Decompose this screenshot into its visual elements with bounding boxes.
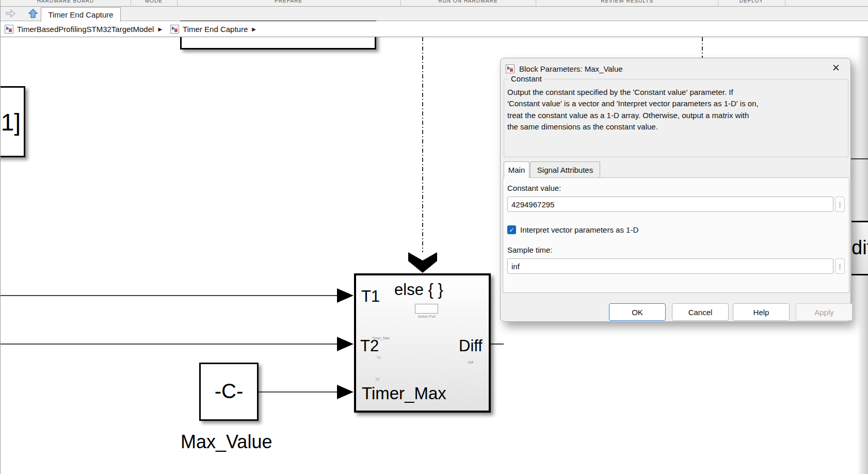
model-icon xyxy=(5,25,13,34)
ribbon-section-strip: HARDWARE BOARD MODE PREPARE RUN ON HARDW… xyxy=(1,0,868,7)
interpret-vector-row: ✓ Interpret vector parameters as 1-D xyxy=(507,225,638,234)
port-label-timer-max: Timer_Max xyxy=(362,384,446,403)
constant-block-name: Max_Value xyxy=(181,431,272,453)
ribbon-separator xyxy=(785,0,785,7)
dialog-block-icon xyxy=(506,64,515,73)
main-tab-panel: Constant value: ⋮ ✓ Interpret vector par… xyxy=(503,177,849,293)
breadcrumb-arrow-icon[interactable]: ▶ xyxy=(252,26,256,32)
description-line: Output the constant specified by the 'Co… xyxy=(507,87,845,98)
tab-signal-attributes[interactable]: Signal Attributes xyxy=(530,161,600,178)
close-icon[interactable]: ✕ xyxy=(829,60,843,75)
simulink-window: HARDWARE BOARD MODE PREPARE RUN ON HARDW… xyxy=(0,0,868,474)
partial-block-right-text: dit xyxy=(851,237,868,259)
constant-group-box: Constant Output the constant specified b… xyxy=(504,79,848,157)
ribbon-section-review-results: REVIEW RESULTS xyxy=(601,0,653,4)
forward-arrow-icon[interactable] xyxy=(5,8,16,19)
tab-timer-end-capture[interactable]: Timer End Capture xyxy=(41,7,121,22)
constant-block-text: -C- xyxy=(215,379,244,402)
sample-time-label: Sample time: xyxy=(507,246,553,254)
tab-main[interactable]: Main xyxy=(504,161,529,178)
up-arrow-icon[interactable] xyxy=(27,8,39,19)
sample-time-more-button[interactable]: ⋮ xyxy=(835,258,845,274)
constant-value-label: Constant value: xyxy=(507,184,561,192)
partial-goto-tag-block[interactable]: 1] xyxy=(0,86,25,157)
description-line: treat the constant value as a 1-D array.… xyxy=(507,110,845,121)
ribbon-separator xyxy=(718,0,718,7)
wire-constant-to-timer-max xyxy=(259,385,353,399)
constant-value-input[interactable] xyxy=(507,197,833,212)
ribbon-section-deploy: DEPLOY xyxy=(740,0,764,4)
dialog-title-bar: Block Parameters: Max_Value xyxy=(506,62,845,75)
cancel-button[interactable]: Cancel xyxy=(672,303,729,321)
ok-button[interactable]: OK xyxy=(609,303,666,321)
ribbon-separator xyxy=(400,0,401,7)
block-description: Output the constant specified by the 'Co… xyxy=(507,87,845,133)
subsystem-icon xyxy=(170,25,179,34)
thumb-label-t2: T2 xyxy=(375,378,379,381)
ribbon-separator xyxy=(131,0,131,7)
goto-tag-text: 1] xyxy=(1,108,21,136)
else-action-label: else { } xyxy=(394,281,443,299)
port-label-t2: T2 xyxy=(360,337,379,355)
apply-button[interactable]: Apply xyxy=(796,303,853,321)
partial-block-right[interactable]: dit xyxy=(851,221,868,275)
ribbon-section-run-on-hardware: RUN ON HARDWARE xyxy=(438,0,497,4)
constant-block[interactable]: -C- xyxy=(199,363,259,421)
help-button[interactable]: Help xyxy=(733,303,790,321)
thumb-label-diff: Diff xyxy=(468,361,473,364)
port-label-t1: T1 xyxy=(361,287,380,306)
interpret-vector-label: Interpret vector parameters as 1-D xyxy=(520,225,638,234)
description-line: 'Constant value' is a vector and 'Interp… xyxy=(507,98,845,109)
document-tab-bar: Timer End Capture xyxy=(1,7,868,21)
ribbon-separator xyxy=(536,0,536,7)
description-line: the same dimensions as the constant valu… xyxy=(507,121,845,133)
sample-time-input[interactable] xyxy=(507,258,833,274)
breadcrumb: TimerBasedProfilingSTM32TargetModel ▶ Ti… xyxy=(1,21,868,37)
constant-value-more-button[interactable]: ⋮ xyxy=(835,197,845,212)
interpret-vector-checkbox[interactable]: ✓ xyxy=(507,225,516,234)
action-port-box xyxy=(415,304,438,314)
dialog-title: Block Parameters: Max_Value xyxy=(519,64,623,73)
wire-to-T1 xyxy=(1,288,353,303)
thumb-label-t1: T1 xyxy=(377,356,381,359)
action-signal-line xyxy=(408,37,437,273)
ribbon-section-mode: MODE xyxy=(145,0,163,4)
port-label-diff: Diff xyxy=(459,337,483,355)
ribbon-section-hardware-board: HARDWARE BOARD xyxy=(37,0,94,4)
breadcrumb-item-subsystem[interactable]: Timer End Capture xyxy=(183,25,248,34)
block-parameters-dialog: Block Parameters: Max_Value ✕ Constant O… xyxy=(500,58,851,322)
wire-to-T2 xyxy=(1,337,353,351)
breadcrumb-item-model[interactable]: TimerBasedProfilingSTM32TargetModel xyxy=(17,25,154,34)
group-box-title: Constant xyxy=(508,74,544,83)
action-port-caption: Action Port xyxy=(418,315,436,318)
breadcrumb-arrow-icon[interactable]: ▶ xyxy=(158,26,162,32)
